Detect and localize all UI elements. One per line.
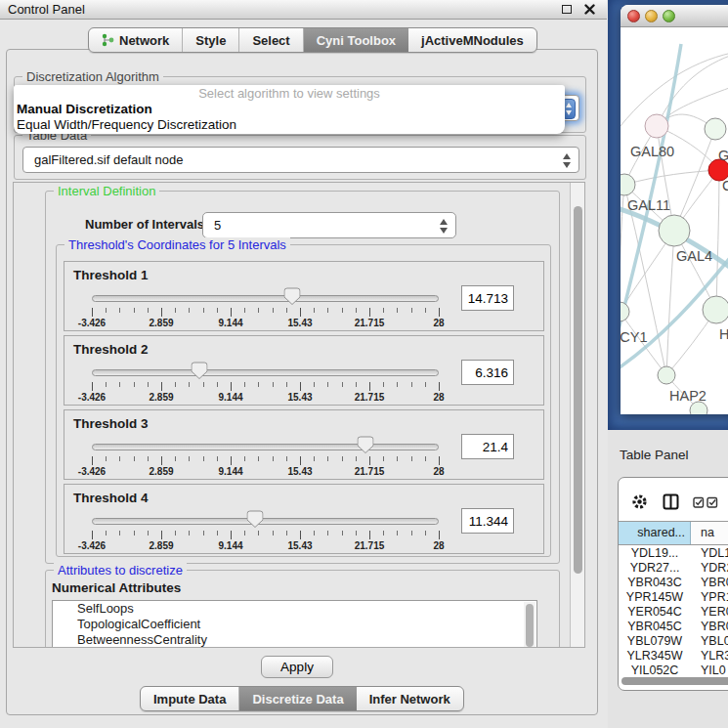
control-panel-titlebar: Control Panel — [0, 0, 607, 20]
cell-name[interactable]: YLR3 — [691, 649, 728, 664]
combobox-stepper-icon[interactable] — [563, 153, 572, 168]
zoom-traffic-light[interactable] — [663, 10, 675, 22]
threshold-slider[interactable]: -3.4262.8599.14415.4321.71528 — [92, 514, 439, 551]
threshold-value-input[interactable] — [461, 434, 514, 459]
scrollbar-thumb[interactable] — [526, 604, 534, 647]
cell-shared-name[interactable]: YBL079W — [619, 634, 691, 649]
cell-name[interactable]: YDR2 — [691, 561, 728, 576]
slider-track[interactable] — [92, 444, 439, 450]
slider-track[interactable] — [92, 369, 439, 376]
threshold-label: Threshold 3 — [73, 416, 149, 431]
minimize-traffic-light[interactable] — [645, 10, 658, 22]
network-node[interactable] — [703, 296, 728, 323]
network-node[interactable] — [658, 366, 675, 384]
tab-select[interactable]: Select — [239, 28, 303, 52]
attribute-list-item[interactable]: TopologicalCoefficient — [53, 617, 536, 632]
checkbox-icon[interactable] — [707, 496, 719, 508]
table-row[interactable]: YDL19...YDL1 — [619, 546, 728, 561]
split-columns-icon[interactable] — [663, 493, 679, 510]
column-header-name[interactable]: na — [691, 522, 728, 544]
cell-shared-name[interactable]: YER054C — [619, 605, 691, 620]
network-node[interactable] — [705, 118, 726, 140]
cell-shared-name[interactable]: YDL19... — [619, 546, 691, 561]
network-node[interactable] — [659, 215, 690, 246]
gear-icon[interactable] — [631, 493, 648, 510]
table-row[interactable]: YPR145WYPR1 — [619, 590, 728, 605]
table-header-row: shared... na — [619, 521, 728, 545]
bottom-tab-bar: Impute Data Discretize Data Infer Networ… — [140, 686, 464, 711]
apply-button[interactable]: Apply — [261, 656, 333, 678]
table-data-combobox[interactable]: galFiltered.sif default node — [22, 147, 579, 173]
network-edge[interactable] — [624, 170, 719, 185]
network-edge[interactable] — [666, 231, 674, 375]
tab-label: Style — [195, 33, 226, 48]
dropdown-option-equal-width-frequency[interactable]: Equal Width/Frequency Discretization — [14, 117, 565, 133]
numerical-attributes-list[interactable]: SelfLoopsTopologicalCoefficientBetweenne… — [52, 600, 537, 648]
tab-infer-network[interactable]: Infer Network — [357, 687, 463, 710]
cell-shared-name[interactable]: YBR045C — [619, 620, 691, 634]
tick-label: -3.426 — [78, 540, 106, 551]
cell-shared-name[interactable]: YDR27... — [619, 561, 691, 576]
cell-shared-name[interactable]: YIL052C — [619, 664, 691, 678]
list-scrollbar[interactable] — [524, 602, 535, 648]
tab-jactivemnodules[interactable]: jActiveMNodules — [408, 28, 536, 52]
table-horizontal-scrollbar[interactable] — [621, 677, 728, 685]
tab-impute-data[interactable]: Impute Data — [141, 687, 239, 710]
network-node-label: GA — [718, 148, 728, 163]
cell-name[interactable]: YER0 — [691, 605, 728, 620]
network-node[interactable] — [645, 114, 668, 138]
dropdown-option-manual-discretization[interactable]: Manual Discretization — [14, 102, 565, 117]
cell-name[interactable]: YDL1 — [691, 546, 728, 561]
slider-handle[interactable] — [192, 362, 208, 380]
slider-track[interactable] — [92, 518, 439, 525]
network-edge[interactable] — [716, 170, 719, 310]
slider-handle[interactable] — [358, 436, 374, 454]
threshold-panel-3: Threshold 3 -3.4262.8599.14415.4321.7152… — [64, 409, 544, 480]
slider-handle[interactable] — [246, 510, 263, 529]
table-row[interactable]: YBR045CYBR0 — [619, 620, 728, 634]
network-edge[interactable] — [674, 129, 715, 231]
settings-scrollbar[interactable] — [570, 183, 584, 647]
cell-shared-name[interactable]: YPR145W — [619, 590, 691, 605]
threshold-slider[interactable]: -3.4262.8599.14415.4321.71528 — [92, 365, 439, 403]
float-window-icon[interactable] — [562, 5, 572, 14]
close-icon[interactable] — [584, 4, 595, 15]
cell-name[interactable]: YBL0 — [691, 634, 728, 649]
tab-style[interactable]: Style — [183, 28, 239, 52]
column-header-shared-name[interactable]: shared... — [619, 522, 691, 544]
threshold-value-input[interactable] — [461, 508, 514, 534]
cell-name[interactable]: YBR0 — [691, 620, 728, 634]
number-of-intervals-combobox[interactable]: 5 — [202, 212, 456, 238]
network-canvas[interactable]: GAL80GACGAL11GAL4GCY1HIHAP2 — [621, 28, 728, 414]
table-row[interactable]: YBR043CYBR0 — [619, 576, 728, 590]
checkbox-icon[interactable] — [693, 496, 706, 508]
tick-label: 9.144 — [218, 466, 242, 477]
cell-shared-name[interactable]: YBR043C — [619, 576, 691, 590]
cell-name[interactable]: YPR1 — [691, 590, 728, 605]
table-row[interactable]: YER054CYER0 — [619, 605, 728, 620]
attribute-list-item[interactable]: BetweennessCentrality — [53, 632, 536, 648]
slider-handle[interactable] — [283, 287, 300, 306]
cell-shared-name[interactable]: YLR345W — [619, 649, 691, 664]
table-row[interactable]: YIL052CYIL0 — [619, 664, 728, 678]
close-traffic-light[interactable] — [627, 10, 640, 22]
tab-cyni-toolbox[interactable]: Cyni Toolbox — [304, 28, 408, 52]
cell-name[interactable]: YBR0 — [691, 576, 728, 590]
threshold-value-input[interactable] — [461, 285, 514, 311]
table-row[interactable]: YBL079WYBL0 — [619, 634, 728, 649]
cell-name[interactable]: YIL0 — [691, 664, 726, 678]
network-node[interactable] — [621, 302, 629, 321]
slider-track[interactable] — [92, 295, 439, 302]
threshold-slider[interactable]: -3.4262.8599.14415.4321.71528 — [92, 440, 439, 477]
attribute-list-item[interactable]: SelfLoops — [53, 601, 536, 617]
tab-discretize-data[interactable]: Discretize Data — [239, 687, 356, 710]
scrollbar-thumb[interactable] — [574, 206, 582, 574]
table-row[interactable]: YDR27...YDR2 — [619, 561, 728, 576]
network-edge[interactable] — [621, 185, 624, 312]
threshold-slider[interactable]: -3.4262.8599.14415.4321.71528 — [92, 291, 439, 328]
combobox-stepper-icon[interactable] — [440, 219, 449, 234]
tab-network[interactable]: Network — [89, 28, 183, 52]
network-node-label: GAL11 — [627, 197, 670, 213]
table-row[interactable]: YLR345WYLR3 — [619, 649, 728, 664]
threshold-value-input[interactable] — [461, 360, 514, 385]
